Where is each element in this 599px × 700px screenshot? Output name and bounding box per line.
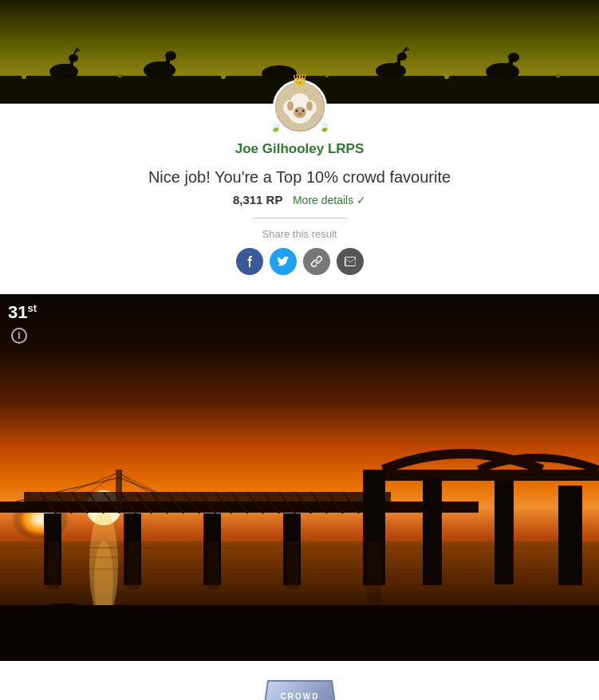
svg-point-13 (165, 51, 176, 61)
crown-badge: 👑 (293, 73, 306, 86)
svg-point-100 (136, 611, 183, 623)
svg-point-99 (32, 604, 96, 623)
info-icon-button[interactable]: i (11, 328, 27, 344)
svg-rect-90 (423, 478, 442, 585)
svg-point-36 (22, 74, 26, 79)
svg-line-9 (76, 50, 80, 51)
svg-point-32 (508, 53, 519, 62)
svg-rect-94 (128, 541, 139, 589)
email-icon (344, 255, 357, 268)
facebook-share-button[interactable] (236, 248, 263, 275)
svg-point-40 (444, 74, 449, 79)
svg-line-28 (404, 49, 409, 50)
leaf-right: 🍃 (318, 121, 330, 132)
svg-rect-91 (495, 481, 514, 584)
svg-point-52 (306, 101, 313, 111)
twitter-icon (277, 255, 290, 268)
svg-rect-95 (207, 541, 219, 589)
info-symbol: i (18, 330, 20, 341)
photo-section: 31st i (0, 294, 599, 661)
bridge-photo (0, 294, 599, 661)
svg-rect-104 (116, 470, 122, 509)
svg-point-41 (557, 74, 561, 78)
avatar-image (275, 82, 325, 132)
position-number: 31 (8, 302, 27, 322)
position-badge: 31st (8, 302, 37, 323)
svg-rect-92 (558, 486, 582, 585)
email-share-button[interactable] (337, 248, 364, 275)
badge-section: CROWD TOP 10% Top 10% (0, 661, 599, 700)
svg-rect-96 (287, 541, 298, 589)
svg-point-5 (69, 54, 78, 62)
position-suffix: st (27, 302, 37, 314)
badge-shield-svg: CROWD TOP 10% (260, 677, 340, 700)
rp-line: 8,311 RP More details ✓ (0, 193, 599, 206)
svg-point-50 (298, 113, 301, 116)
svg-point-29 (486, 63, 519, 81)
svg-point-49 (301, 110, 304, 112)
svg-point-101 (491, 607, 546, 623)
svg-point-48 (295, 110, 298, 112)
rp-value: 8,311 RP (233, 193, 283, 206)
twitter-share-button[interactable] (270, 248, 297, 275)
svg-point-47 (294, 107, 306, 118)
svg-point-39 (325, 74, 329, 77)
svg-text:CROWD: CROWD (280, 692, 319, 700)
result-title: Nice job! You're a Top 10% crowd favouri… (0, 168, 599, 187)
svg-rect-63 (383, 470, 599, 481)
svg-point-21 (376, 63, 406, 79)
svg-rect-93 (48, 541, 59, 589)
svg-rect-97 (367, 541, 381, 605)
svg-point-38 (221, 74, 226, 79)
copy-link-button[interactable] (303, 248, 330, 275)
svg-point-51 (287, 101, 294, 111)
more-details-link[interactable]: More details ✓ (293, 194, 366, 206)
share-buttons (0, 248, 599, 275)
divider (252, 218, 348, 218)
svg-point-37 (118, 74, 122, 78)
facebook-icon (243, 255, 256, 268)
share-label: Share this result (0, 228, 599, 240)
link-icon (310, 255, 323, 268)
svg-point-24 (397, 53, 407, 61)
avatar-wrapper: 👑 🍃 🍃 (273, 80, 327, 134)
profile-section: 👑 🍃 🍃 Joe Gilhooley LRPS Nice job! You'r… (0, 104, 599, 294)
crowd-badge: CROWD TOP 10% Top 10% (260, 677, 340, 700)
username: Joe Gilhooley LRPS (0, 141, 599, 157)
leaf-left: 🍃 (270, 121, 282, 132)
